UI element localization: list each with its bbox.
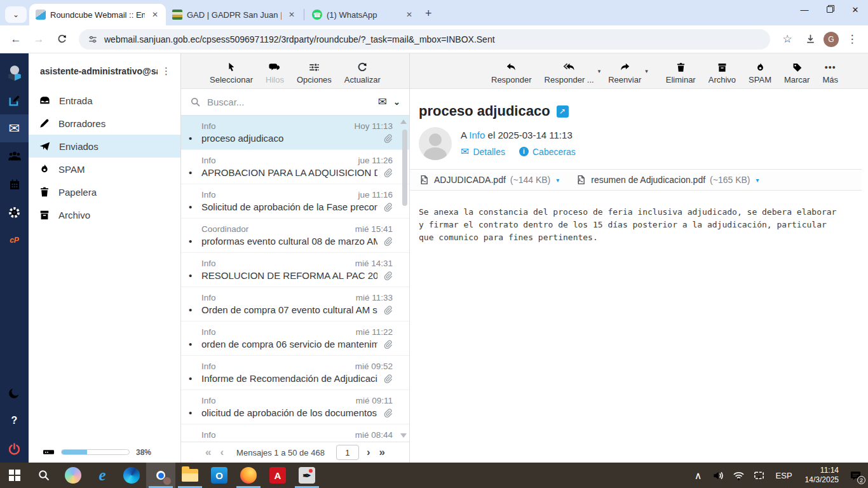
- tray-expand-button[interactable]: ∧: [689, 463, 707, 488]
- language-indicator[interactable]: ESP: [771, 471, 797, 480]
- headers-toggle[interactable]: iCabeceras: [519, 147, 576, 157]
- message-row[interactable]: InfoHoy 11:13 •proceso adjudicaco: [181, 116, 409, 150]
- tab-close-icon[interactable]: ✕: [403, 9, 415, 20]
- dark-mode-button[interactable]: [0, 379, 29, 407]
- details-toggle[interactable]: ✉Detalles: [461, 146, 505, 158]
- folder-papelera[interactable]: Papelera: [29, 180, 180, 203]
- reply-all-caret-icon[interactable]: ▾: [598, 68, 601, 74]
- forward-button[interactable]: Reenviar: [603, 62, 646, 85]
- cpanel-button[interactable]: cP: [0, 226, 29, 254]
- new-tab-button[interactable]: +: [425, 7, 432, 20]
- forward-button[interactable]: →: [29, 30, 48, 49]
- outlook-button[interactable]: O: [205, 463, 234, 488]
- message-row[interactable]: Infomié 14:31 •RESOLUCION DE REFORMA AL …: [181, 253, 409, 287]
- forward-caret-icon[interactable]: ▾: [645, 68, 648, 74]
- wifi-icon[interactable]: [730, 463, 748, 488]
- more-button[interactable]: •••Más: [817, 62, 843, 85]
- tab-whatsapp[interactable]: ☎ (1) WhatsApp ✕: [306, 4, 420, 25]
- options-button[interactable]: Opciones: [292, 62, 337, 85]
- folder-entrada[interactable]: Entrada: [29, 89, 180, 112]
- internet-explorer-button[interactable]: e: [88, 463, 117, 488]
- address-bar[interactable]: webmail.sanjuan.gob.ec/cpsess5096971192/…: [79, 29, 770, 50]
- edge-button[interactable]: [117, 463, 146, 488]
- folder-enviados[interactable]: Enviados: [29, 135, 180, 158]
- message-row[interactable]: Infojue 11:26 •APROBACION PARA LA ADQUIS…: [181, 150, 409, 184]
- envelope-icon: ✉: [461, 146, 469, 158]
- attachment-item[interactable]: resumen de Adjudicacion.pdf (~165 KB) ▾: [576, 174, 759, 186]
- notification-center-button[interactable]: 2: [846, 463, 864, 488]
- attachment-item[interactable]: ADJUDICADA.pdf (~144 KB) ▾: [419, 174, 559, 186]
- folder-archivo[interactable]: Archivo: [29, 203, 180, 226]
- close-button[interactable]: ✕: [843, 0, 868, 19]
- message-row[interactable]: Infojue 11:16 •Solicitud de aprobación d…: [181, 184, 409, 219]
- tab-search-button[interactable]: ⌄: [5, 6, 27, 23]
- recipient-link[interactable]: Info: [469, 130, 485, 140]
- threads-button[interactable]: Hilos: [261, 62, 289, 85]
- archive-button[interactable]: Archivo: [703, 62, 741, 85]
- spam-button[interactable]: SPAM: [743, 62, 776, 85]
- account-menu-button[interactable]: ⋮: [158, 65, 175, 77]
- tab-close-icon[interactable]: ✕: [149, 9, 161, 20]
- refresh-button[interactable]: Actualizar: [339, 62, 386, 85]
- chrome-button[interactable]: [146, 463, 175, 488]
- scroll-up-arrow[interactable]: [400, 119, 407, 124]
- message-row[interactable]: Coordinadormié 15:41 •proformas evento c…: [181, 219, 409, 253]
- message-row[interactable]: Infomié 09:52 •Informe de Recomendación …: [181, 356, 409, 390]
- scrollbar-thumb[interactable]: [402, 130, 407, 206]
- page-next-button[interactable]: ›: [365, 446, 372, 459]
- attachment-menu-caret-icon[interactable]: ▾: [756, 177, 759, 184]
- minimize-button[interactable]: —: [792, 0, 817, 19]
- settings-nav-button[interactable]: [0, 198, 29, 226]
- profile-avatar[interactable]: G: [824, 32, 839, 47]
- java-app-button[interactable]: ✒: [292, 463, 322, 488]
- message-row[interactable]: Infomié 11:33 •Orden de compra 07 evento…: [181, 287, 409, 322]
- message-row[interactable]: Infomié 09:11 •olicitud de aprobación de…: [181, 390, 409, 424]
- tab-close-icon[interactable]: ✕: [286, 9, 297, 20]
- calendar-nav-button[interactable]: [0, 170, 29, 198]
- folder-spam[interactable]: SPAM: [29, 158, 180, 180]
- unread-dot-icon: •: [189, 304, 196, 315]
- restore-button[interactable]: [817, 0, 843, 19]
- logout-button[interactable]: [0, 435, 29, 463]
- select-button[interactable]: Seleccionar: [205, 62, 258, 85]
- volume-icon[interactable]: [710, 463, 728, 488]
- page-last-button[interactable]: »: [378, 446, 386, 459]
- open-in-new-window-button[interactable]: ↗: [557, 105, 569, 118]
- downloads-button[interactable]: [801, 30, 820, 49]
- search-input[interactable]: [207, 97, 372, 107]
- url-text[interactable]: webmail.sanjuan.gob.ec/cpsess5096971192/…: [104, 34, 495, 44]
- back-button[interactable]: ←: [6, 30, 25, 49]
- search-options-chevron-icon[interactable]: ⌄: [393, 97, 400, 107]
- page-first-button[interactable]: «: [204, 446, 212, 459]
- start-button[interactable]: [0, 463, 29, 488]
- taskbar-search-button[interactable]: [29, 463, 58, 488]
- scroll-down-arrow[interactable]: [400, 433, 407, 438]
- reply-button[interactable]: Responder: [486, 62, 537, 85]
- copilot-button[interactable]: [58, 463, 88, 488]
- firefox-button[interactable]: [234, 463, 263, 488]
- site-settings-icon[interactable]: [88, 34, 98, 44]
- reply-all-button[interactable]: Responder ...: [539, 62, 599, 85]
- connect-screen-icon[interactable]: [750, 463, 768, 488]
- message-row[interactable]: Infomié 08:44: [181, 424, 409, 442]
- tab-roundcube[interactable]: Roundcube Webmail :: Enviados ✕: [29, 4, 166, 25]
- file-explorer-button[interactable]: [175, 463, 205, 488]
- folder-borradores[interactable]: Borradores: [29, 112, 180, 135]
- contacts-nav-button[interactable]: [0, 142, 29, 170]
- page-input[interactable]: [336, 445, 359, 460]
- clock[interactable]: 11:14 14/3/2025: [800, 466, 844, 485]
- message-row[interactable]: Infomié 11:22 •orden de compra 06 servic…: [181, 322, 409, 356]
- browser-menu-button[interactable]: ⋮: [843, 30, 862, 49]
- help-button[interactable]: ?: [0, 407, 29, 435]
- attachment-menu-caret-icon[interactable]: ▾: [556, 177, 559, 184]
- bookmark-star-icon[interactable]: ☆: [778, 30, 797, 49]
- delete-button[interactable]: Eliminar: [661, 62, 701, 85]
- acrobat-button[interactable]: A: [263, 463, 292, 488]
- mail-nav-button[interactable]: ✉: [0, 114, 29, 142]
- compose-button[interactable]: [0, 86, 29, 114]
- tab-gad[interactable]: GAD | GADPR San Juan | ✕: [166, 4, 302, 25]
- reload-button[interactable]: [52, 30, 71, 49]
- page-prev-button[interactable]: ‹: [219, 446, 225, 459]
- mark-button[interactable]: Marcar: [779, 62, 815, 85]
- search-scope-envelope-icon[interactable]: ✉: [378, 95, 387, 109]
